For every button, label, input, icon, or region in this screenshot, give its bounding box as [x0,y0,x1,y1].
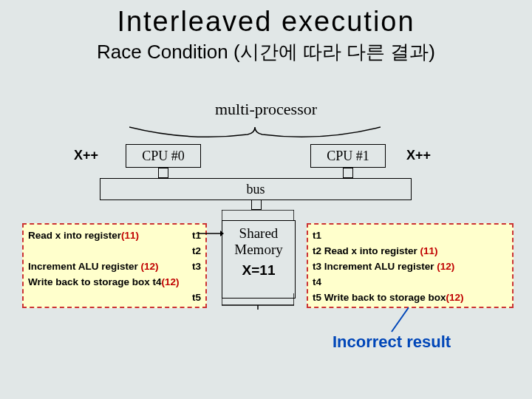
xpp-left-label: X++ [74,148,98,163]
r-r5-t: t5 [313,292,321,303]
brace-icon [129,126,381,143]
shared-memory-box: Shared Memory X=11 [222,220,296,299]
arrow-t1-icon [198,230,224,237]
memory-line2: Memory [222,242,295,258]
incorrect-result-label: Incorrect result [332,332,451,352]
l-r3-text: Increment ALU register [28,261,141,272]
cpu0-connector-icon [158,168,168,178]
cpu0-timeline-box: Read x into register(11) t1 t2 Increment… [22,223,207,308]
r-r3-text: Increment ALU register [321,261,437,272]
l-r5-t: t5 [192,290,201,305]
memory-line1: Shared [222,225,295,242]
bus-connector-icon [251,200,262,210]
l-r3-t: t3 [192,259,201,274]
cpu1-timeline-box: t1 t2 Read x into register (11) t3 Incre… [307,223,514,308]
r-r3-red: (12) [437,261,454,272]
memory-value: X=11 [222,262,295,279]
l-r2-t: t2 [192,243,201,259]
svg-marker-2 [220,231,224,236]
page-subtitle: Race Condition (시간에 따라 다른 결과) [0,39,532,65]
r-r1-t: t1 [313,230,321,241]
r-r5-red: (12) [446,292,464,303]
page-title: Interleaved execution [0,0,532,38]
r-r5-text: Write back to storage box [321,292,446,303]
xpp-right-label: X++ [406,148,431,163]
cpu1-connector-icon [343,168,353,178]
l-r1-text: Read x into register [28,230,121,241]
bus-box: bus [100,178,412,200]
l-r4-red: (12) [162,276,180,287]
r-r2-text: Read x into register [321,245,420,256]
mem-bracket-icon [222,210,294,220]
incorrect-arrow-icon [391,307,409,332]
cpu-1-box: CPU #1 [310,144,386,168]
r-r3-t: t3 [313,261,321,272]
mem-bottom-bracket-icon [222,293,294,310]
r-r2-t: t2 [313,245,321,256]
l-r4-text: Write back to storage box t4 [28,276,162,287]
r-r2-red: (11) [420,245,438,256]
cpu-0-box: CPU #0 [126,144,201,168]
l-r3-red: (12) [141,261,159,272]
r-r4-t: t4 [313,276,321,287]
l-r1-red: (11) [121,230,139,241]
multi-processor-label: multi-processor [215,100,317,119]
